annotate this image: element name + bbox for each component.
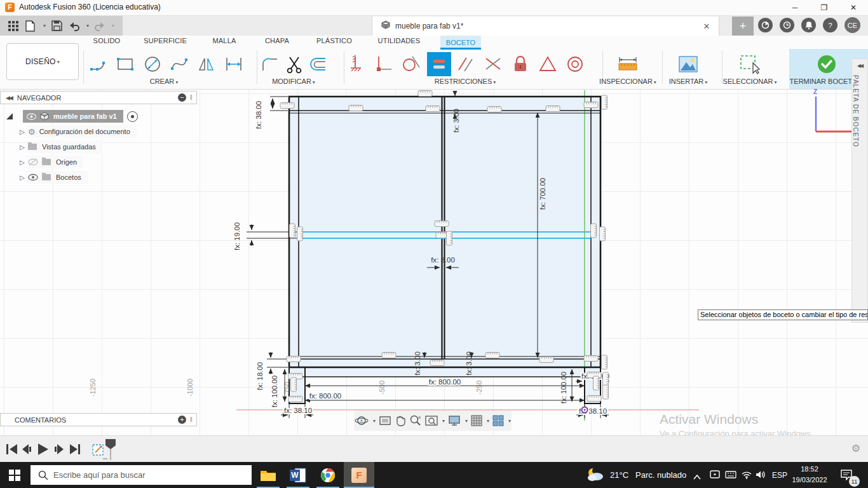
tree-item-label: Bocetos: [56, 173, 81, 181]
constraint-badge-icon[interactable]: [280, 103, 294, 109]
timeline-feature-marker[interactable]: [90, 437, 122, 461]
folder-icon: [28, 144, 37, 150]
taskbar-search-box[interactable]: Escribe aquí para buscar: [31, 465, 252, 485]
constraint-badge-icon[interactable]: [297, 227, 303, 241]
constraint-badge-icon[interactable]: [418, 91, 432, 97]
tree-item-saved-views[interactable]: ▷ Vistas guardadas: [0, 139, 197, 154]
timeline-bar: ⚙: [0, 435, 868, 463]
palette-expand-arrows-icon[interactable]: ◀◀: [852, 63, 867, 69]
collapsed-triangle-icon[interactable]: ▷: [18, 174, 27, 181]
comments-header[interactable]: COMENTARIOS + ‖: [0, 413, 197, 426]
tray-chevron-icon[interactable]: [693, 471, 702, 483]
display-settings-icon[interactable]: [448, 415, 461, 426]
collapsed-triangle-icon[interactable]: ▷: [18, 144, 27, 151]
eye-off-icon[interactable]: [28, 158, 38, 166]
constraint-badge-icon[interactable]: [593, 376, 599, 390]
comments-title: COMENTARIOS: [15, 416, 66, 424]
comments-plus-icon[interactable]: +: [178, 416, 186, 424]
weather-temp[interactable]: 21°C: [610, 470, 628, 480]
taskbar-explorer-icon[interactable]: [254, 462, 282, 488]
constraint-badge-icon[interactable]: [602, 355, 607, 369]
constraint-badge-icon[interactable]: [447, 231, 452, 245]
input-language[interactable]: ESP: [772, 471, 787, 480]
navigator-minus-icon[interactable]: −: [178, 93, 186, 102]
tray-wifi-icon[interactable]: [741, 470, 752, 482]
activate-target-icon[interactable]: [127, 111, 138, 122]
tree-item-origin[interactable]: ▷ Origen: [0, 154, 197, 170]
timeline-playback-controls[interactable]: [5, 441, 88, 458]
tray-volume-icon[interactable]: [756, 470, 767, 482]
viewports-caret-icon[interactable]: ▾: [508, 418, 511, 424]
pan-hand-icon[interactable]: [395, 415, 406, 426]
constraint-badge-icon[interactable]: [584, 102, 598, 108]
orbit-caret-icon[interactable]: ▾: [373, 418, 376, 424]
constraint-badge-icon[interactable]: [591, 224, 597, 238]
weather-icon[interactable]: [586, 467, 605, 485]
start-button[interactable]: [9, 470, 20, 484]
constraint-badge-icon[interactable]: [349, 105, 363, 111]
timeline-position-marker: [105, 439, 116, 449]
tree-root-row[interactable]: mueble para fab v1: [0, 109, 197, 124]
constraint-badge-icon[interactable]: [539, 357, 553, 363]
constraint-badge-icon[interactable]: [426, 106, 440, 112]
constraint-badge-icon[interactable]: [587, 396, 601, 402]
tray-keyboard-icon[interactable]: [725, 470, 736, 482]
notification-count-badge: 11: [849, 476, 860, 487]
fit-icon[interactable]: [425, 415, 438, 426]
svg-text:-1000: -1000: [186, 379, 194, 396]
comments-grip-icon[interactable]: ‖: [190, 416, 193, 423]
constraint-badge-icon[interactable]: [603, 372, 609, 386]
viewports-icon[interactable]: [492, 415, 504, 426]
constraint-badge-icon[interactable]: [288, 396, 302, 402]
collapsed-triangle-icon[interactable]: ▷: [18, 128, 27, 135]
navigator-header[interactable]: ◀◀ NAVEGADOR − ‖: [0, 91, 197, 104]
eye-icon[interactable]: [27, 113, 36, 120]
display-caret-icon[interactable]: ▾: [465, 418, 468, 424]
constraint-badge-icon[interactable]: [603, 385, 609, 399]
tree-item-sketches[interactable]: ▷ Bocetos: [0, 170, 197, 185]
go-to-start-icon: [6, 444, 17, 454]
constraint-badge-icon[interactable]: [435, 221, 449, 227]
tree-item-label: Vistas guardadas: [42, 143, 96, 151]
view-navigation-bar: ▾ ± ▾ ▾ ▾ ▾: [355, 411, 511, 430]
constraint-badge-icon[interactable]: [430, 360, 444, 366]
constraint-badge-icon[interactable]: [600, 227, 606, 241]
tray-display-icon[interactable]: [710, 470, 720, 482]
taskbar-fusion-icon-active[interactable]: F: [344, 462, 374, 488]
constraint-badge-icon[interactable]: [287, 356, 301, 362]
dimension-label: fx: 38.00: [255, 101, 262, 129]
fit-caret-icon[interactable]: ▾: [442, 418, 445, 424]
constraint-badge-icon[interactable]: [602, 95, 607, 109]
weather-desc[interactable]: Parc. nublado: [635, 470, 686, 480]
constraint-badge-icon[interactable]: [485, 353, 499, 358]
expand-triangle-icon[interactable]: [5, 112, 14, 121]
constraint-badge-icon[interactable]: [291, 377, 297, 391]
taskbar-chrome-icon[interactable]: [314, 462, 342, 488]
constraint-badge-icon[interactable]: [382, 353, 396, 358]
grid-coordinate-labels: -1250 -1000 -750 -500 -250: [89, 379, 483, 396]
taskbar-clock[interactable]: 18:52 19/03/2022: [787, 464, 832, 485]
taskbar-word-icon[interactable]: W: [284, 462, 312, 488]
grid-settings-icon[interactable]: [471, 415, 482, 426]
constraint-badge-icon[interactable]: [546, 106, 560, 112]
sketch-palette-collapsed[interactable]: ◀◀ PALETA DE BOCETO: [851, 58, 868, 323]
collapse-arrows-icon[interactable]: ◀◀: [6, 95, 12, 101]
status-tooltip: Seleccionar objetos de boceto o cambiar …: [698, 309, 868, 320]
look-at-icon[interactable]: [379, 415, 391, 426]
origin-point[interactable]: [582, 407, 588, 413]
collapsed-triangle-icon[interactable]: ▷: [18, 159, 27, 166]
orbit-icon[interactable]: [355, 414, 369, 427]
tree-item-doc-settings[interactable]: ▷ ⚙ Configuración del documento: [0, 124, 197, 139]
viewcube-z-label: Z: [813, 88, 817, 95]
zoom-icon[interactable]: ±: [409, 414, 422, 427]
grid-caret-icon[interactable]: ▾: [487, 418, 489, 424]
timeline-gear-icon[interactable]: ⚙: [851, 442, 860, 454]
navigator-grip-icon[interactable]: ‖: [190, 94, 193, 101]
constraint-badge-icon[interactable]: [584, 356, 598, 362]
comments-panel: COMENTARIOS + ‖: [0, 413, 197, 426]
eye-icon[interactable]: [28, 173, 38, 181]
tree-item-label: Origen: [56, 158, 77, 166]
constraint-badge-icon[interactable]: [487, 107, 501, 112]
svg-text:W: W: [291, 471, 299, 480]
constraint-badge-icon[interactable]: [290, 224, 295, 238]
